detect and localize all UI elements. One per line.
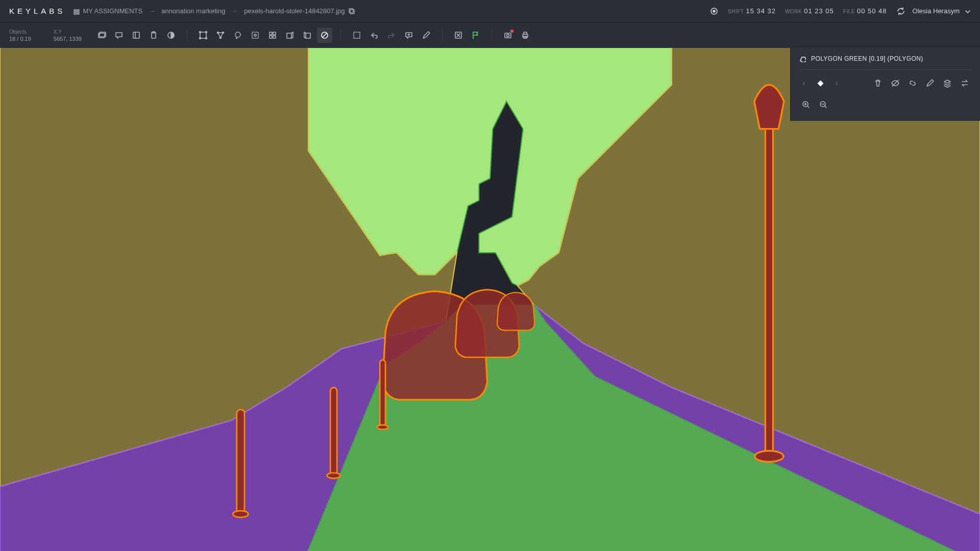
breadcrumb-root[interactable]: MY ASSIGNMENTS <box>72 7 142 15</box>
svg-rect-28 <box>270 32 272 35</box>
svg-rect-52 <box>765 123 773 454</box>
svg-point-51 <box>377 425 388 430</box>
comment-add-icon[interactable] <box>401 28 416 43</box>
view-tools <box>94 28 179 43</box>
bounding-box-icon[interactable] <box>195 28 211 43</box>
panel-title: POLYGON GREEN [0.19] (POLYGON) <box>811 55 923 62</box>
svg-point-6 <box>713 10 715 12</box>
refresh-icon[interactable] <box>896 7 905 16</box>
svg-point-42 <box>506 34 509 37</box>
redo-icon[interactable] <box>384 28 399 43</box>
svg-rect-9 <box>133 32 139 38</box>
svg-line-24 <box>220 33 223 38</box>
contrast-icon[interactable] <box>163 28 179 43</box>
prev-object-icon[interactable]: ‹ <box>799 79 809 88</box>
delete-icon[interactable] <box>871 76 885 90</box>
diamond-icon[interactable] <box>813 76 827 90</box>
panel-icon[interactable] <box>129 28 144 43</box>
breadcrumb-file-label: pexels-harold-stoler-14842807.jpg <box>244 7 345 15</box>
grid-icon[interactable] <box>265 28 280 43</box>
pen-icon[interactable] <box>419 28 434 43</box>
panel-nav: ‹ › <box>799 76 842 90</box>
undo-icon[interactable] <box>366 28 382 43</box>
svg-rect-14 <box>200 32 206 38</box>
next-object-icon[interactable]: › <box>831 79 842 88</box>
file-timer: 00 50 48 <box>857 7 887 15</box>
tool-divider <box>187 29 187 41</box>
svg-rect-33 <box>306 33 310 38</box>
polygon-tool-icon[interactable] <box>317 28 332 43</box>
submit-tools <box>451 28 483 43</box>
tool-divider <box>492 29 492 41</box>
edit-icon[interactable] <box>923 76 937 90</box>
svg-rect-0 <box>74 10 79 11</box>
brand-logo: KEYLABS <box>9 7 65 15</box>
layers-icon[interactable] <box>94 28 109 43</box>
stack-icon[interactable] <box>940 76 954 90</box>
chevron-down-icon <box>964 8 971 15</box>
snapshot-icon[interactable] <box>500 28 516 43</box>
svg-point-15 <box>199 32 201 33</box>
lasso-icon[interactable] <box>230 28 246 43</box>
link-icon[interactable] <box>905 76 920 90</box>
breadcrumb: MY ASSIGNMENTS → annonation marketing → … <box>72 7 355 15</box>
panel-header: POLYGON GREEN [0.19] (POLYGON) <box>799 55 972 62</box>
record-icon[interactable] <box>709 7 719 16</box>
svg-line-23 <box>218 33 220 38</box>
svg-point-16 <box>205 32 207 33</box>
swap-icon[interactable] <box>958 76 972 90</box>
svg-rect-31 <box>273 36 276 38</box>
svg-rect-1 <box>74 12 79 13</box>
seg-car-3 <box>497 292 534 330</box>
tool-divider <box>442 29 443 41</box>
svg-rect-2 <box>74 14 79 15</box>
comments-icon[interactable] <box>111 28 127 43</box>
svg-point-47 <box>233 511 248 517</box>
cuboid-left-icon[interactable] <box>282 28 298 43</box>
svg-rect-29 <box>273 32 276 35</box>
svg-point-25 <box>235 32 240 37</box>
list-icon <box>72 8 80 15</box>
edit-tools <box>349 28 434 43</box>
workspace: POLYGON GREEN [0.19] (POLYGON) ‹ › <box>0 48 980 551</box>
panel-tools: ‹ › <box>799 69 972 90</box>
top-bar: KEYLABS MY ASSIGNMENTS → annonation mark… <box>0 0 980 22</box>
visibility-icon[interactable] <box>888 76 902 90</box>
cuboid-right-icon[interactable] <box>300 28 315 43</box>
keypoints-icon[interactable] <box>213 28 228 43</box>
svg-point-27 <box>254 34 256 36</box>
reject-icon[interactable] <box>451 28 466 43</box>
svg-rect-26 <box>252 32 258 38</box>
svg-point-18 <box>205 38 207 39</box>
export-tools <box>500 28 533 43</box>
canvas-meta: Objects 18 / 0.19 X,Y 5657, 1339 <box>9 29 89 42</box>
user-menu[interactable]: Olesia Herasym <box>913 7 971 15</box>
zoom-out-icon[interactable] <box>816 97 830 112</box>
chevron-right-icon: → <box>149 7 155 15</box>
svg-line-61 <box>825 106 826 108</box>
objects-label: Objects <box>9 29 31 35</box>
copy-icon[interactable] <box>348 8 355 15</box>
file-label: FILE <box>843 9 855 14</box>
flag-icon[interactable] <box>468 28 483 43</box>
shift-label: SHIFT <box>728 9 744 14</box>
zoom-in-icon[interactable] <box>799 97 813 112</box>
svg-point-53 <box>755 451 783 462</box>
work-label: WORK <box>785 9 802 14</box>
magic-select-icon[interactable] <box>248 28 263 43</box>
marquee-icon[interactable] <box>349 28 364 43</box>
xy-value: 5657, 1339 <box>54 36 82 42</box>
canvas[interactable] <box>0 48 980 551</box>
breadcrumb-project[interactable]: annonation marketing <box>161 7 225 15</box>
tool-row: Objects 18 / 0.19 X,Y 5657, 1339 <box>0 22 980 48</box>
breadcrumb-file[interactable]: pexels-harold-stoler-14842807.jpg <box>244 7 355 15</box>
svg-rect-30 <box>270 36 272 38</box>
svg-rect-54 <box>818 81 823 86</box>
annotation-overlay <box>0 48 980 551</box>
chevron-right-icon: → <box>231 7 238 15</box>
clipboard-icon[interactable] <box>146 28 161 43</box>
polygon-icon <box>799 55 806 62</box>
print-icon[interactable] <box>518 28 533 43</box>
svg-rect-32 <box>287 33 291 38</box>
breadcrumb-root-label: MY ASSIGNMENTS <box>83 7 142 15</box>
